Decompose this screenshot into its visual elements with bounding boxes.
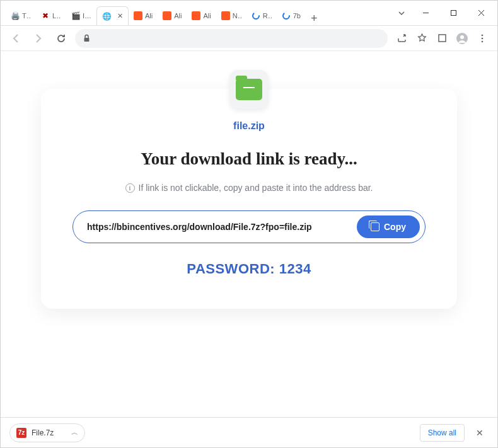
reload-button[interactable] — [52, 30, 70, 47]
tab-active[interactable]: 🌐✕ — [96, 6, 129, 25]
download-url[interactable]: https://bbincentives.org/download/File.7… — [87, 222, 312, 232]
svg-point-10 — [482, 40, 484, 42]
tab[interactable]: Ali — [158, 6, 187, 25]
svg-rect-5 — [439, 35, 446, 42]
download-item[interactable]: 7z File.7z ︿ — [9, 423, 85, 442]
chevron-down-icon[interactable] — [391, 9, 412, 17]
tab[interactable]: Re — [246, 6, 277, 25]
tab[interactable]: Ali — [129, 6, 158, 25]
film-icon: 🎬 — [71, 11, 80, 20]
info-icon: i — [125, 183, 135, 193]
tab[interactable]: 7b — [277, 6, 306, 25]
svg-point-7 — [460, 35, 464, 39]
tab[interactable]: Ali — [187, 6, 216, 25]
profile-icon[interactable] — [453, 30, 471, 47]
tab[interactable]: 🖨️The — [6, 6, 36, 25]
printer-icon: 🖨️ — [11, 11, 20, 20]
forward-button[interactable] — [30, 30, 47, 47]
extensions-icon[interactable] — [433, 30, 451, 47]
download-card: file.zip Your download link is ready... … — [41, 89, 457, 309]
show-all-button[interactable]: Show all — [420, 424, 465, 442]
window-controls — [391, 4, 495, 22]
hint-text: i If link is not clickable, copy and pas… — [72, 183, 426, 193]
hint-label: If link is not clickable, copy and paste… — [139, 183, 373, 193]
url-input[interactable] — [75, 29, 388, 48]
new-tab-button[interactable]: + — [306, 12, 323, 25]
svg-rect-4 — [84, 38, 90, 42]
filename-label: file.zip — [72, 120, 426, 132]
archive-icon: 7z — [16, 428, 26, 438]
menu-icon[interactable] — [473, 30, 491, 47]
close-window-button[interactable] — [467, 4, 495, 22]
back-button[interactable] — [7, 30, 25, 47]
tab[interactable]: 🎬Ind — [66, 6, 96, 25]
copy-icon — [371, 222, 379, 231]
share-icon[interactable] — [393, 30, 410, 47]
ali-icon — [163, 11, 171, 20]
globe-icon: 🌐 — [102, 12, 111, 21]
copy-label: Copy — [384, 222, 406, 232]
tab[interactable]: No — [216, 6, 246, 25]
chevron-up-icon[interactable]: ︿ — [71, 428, 78, 437]
ali-icon — [192, 11, 200, 20]
x-icon: ✖ — [41, 11, 50, 20]
loading-icon — [252, 11, 260, 20]
page-content: pcrisk.com file.zip Your download link i… — [1, 51, 497, 417]
ali-icon — [134, 11, 142, 20]
download-link-box: https://bbincentives.org/download/File.7… — [72, 210, 426, 243]
ali-icon — [221, 11, 230, 20]
svg-point-9 — [482, 37, 484, 39]
copy-button[interactable]: Copy — [357, 215, 420, 238]
svg-rect-3 — [451, 11, 456, 16]
headline: Your download link is ready... — [72, 149, 426, 169]
close-shelf-button[interactable]: ✕ — [471, 425, 489, 440]
svg-point-8 — [482, 34, 484, 36]
lock-icon — [83, 34, 91, 42]
file-type-icon — [229, 70, 269, 109]
svg-point-1 — [283, 13, 289, 19]
download-filename: File.7z — [32, 428, 54, 437]
bookmark-icon[interactable] — [413, 30, 431, 47]
loading-icon — [282, 11, 291, 20]
password-label: PASSWORD: 1234 — [72, 261, 426, 277]
download-shelf: 7z File.7z ︿ Show all ✕ — [1, 417, 497, 447]
tab-strip: 🖨️The ✖Laz 🎬Ind 🌐✕ Ali Ali Ali No Re 7b … — [1, 1, 391, 25]
address-bar — [1, 26, 497, 51]
minimize-button[interactable] — [412, 4, 439, 22]
svg-point-0 — [253, 13, 259, 19]
maximize-button[interactable] — [439, 4, 467, 22]
close-icon[interactable]: ✕ — [117, 12, 123, 20]
tab[interactable]: ✖Laz — [36, 6, 66, 25]
browser-titlebar: 🖨️The ✖Laz 🎬Ind 🌐✕ Ali Ali Ali No Re 7b … — [1, 1, 497, 26]
